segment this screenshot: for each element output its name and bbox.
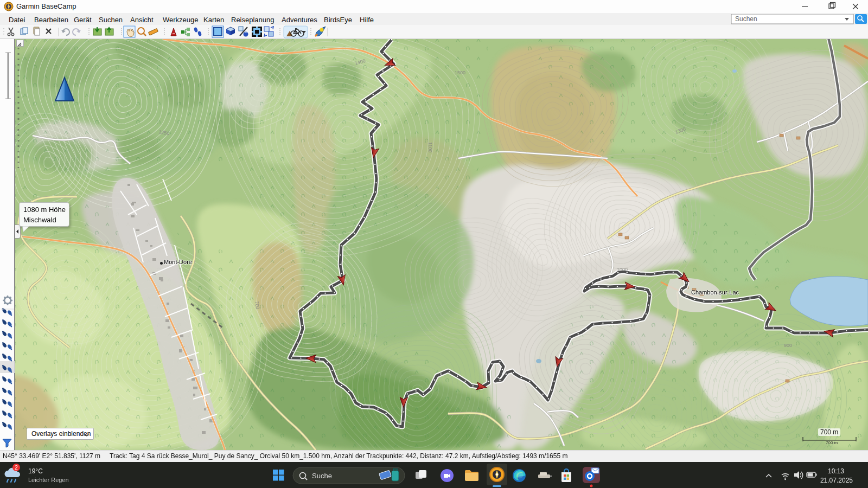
svg-text:900: 900: [784, 343, 792, 348]
svg-text:1500: 1500: [455, 70, 465, 75]
svg-text:Leichter Regen: Leichter Regen: [28, 477, 69, 483]
svg-text:21.07.2025: 21.07.2025: [820, 477, 853, 484]
svg-text:2: 2: [15, 465, 18, 471]
svg-text:Suchen: Suchen: [735, 15, 757, 23]
svg-text:19°C: 19°C: [28, 467, 43, 475]
svg-text:10:13: 10:13: [828, 467, 844, 475]
svg-text:700 m: 700 m: [826, 440, 838, 445]
svg-text:1000: 1000: [617, 267, 628, 272]
svg-text:1100: 1100: [427, 142, 433, 152]
svg-text:Suche: Suche: [312, 472, 332, 480]
